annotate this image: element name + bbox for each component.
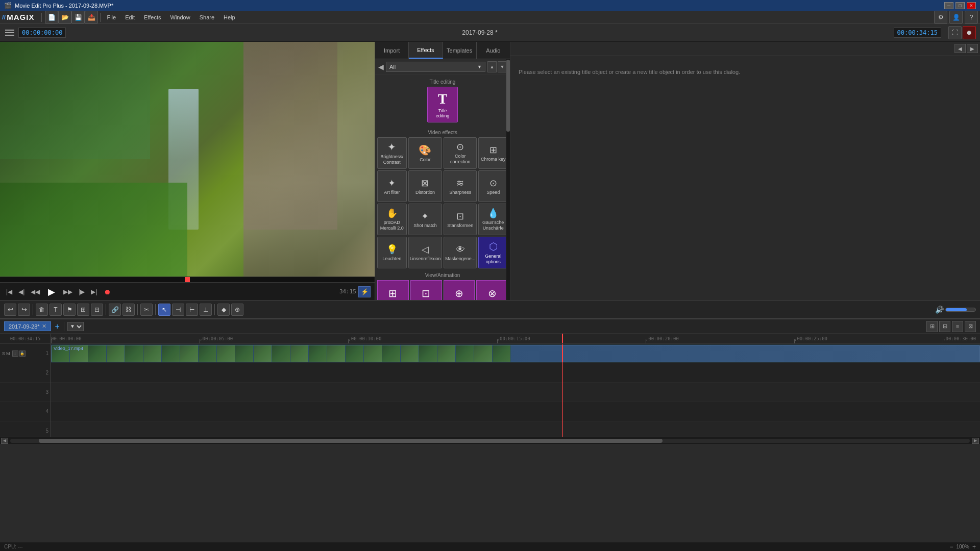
track-1-s[interactable]: S bbox=[2, 351, 5, 356]
undo-button[interactable]: ↩ bbox=[4, 304, 16, 316]
track-1-m[interactable]: M bbox=[6, 351, 10, 356]
track-1-lock[interactable]: 🔒 bbox=[19, 350, 26, 357]
track-1-vol[interactable]: ↕ bbox=[12, 350, 18, 357]
color-correction-cell[interactable]: ⊙ Colorcorrection bbox=[444, 137, 477, 169]
slip-button[interactable]: ⊥ bbox=[200, 304, 212, 316]
view-cell-2[interactable]: ⊡ bbox=[410, 280, 442, 300]
timeline-scrollbar: ◀ ▶ bbox=[0, 437, 980, 444]
filter-dropdown[interactable]: All ▼ bbox=[386, 62, 485, 72]
text-button[interactable]: T bbox=[50, 304, 62, 316]
horizontal-scroll-thumb[interactable] bbox=[39, 439, 663, 443]
record-button[interactable]: ⏺ bbox=[102, 287, 113, 297]
color-cell[interactable]: 🎨 Color bbox=[408, 137, 443, 169]
razor-button[interactable]: ✂ bbox=[140, 304, 153, 316]
art-filter-cell[interactable]: ✦ Art filter bbox=[377, 170, 407, 202]
link-button[interactable]: 🔗 bbox=[109, 304, 121, 316]
proDad-cell[interactable]: ✋ proDADMercalli 2.0 bbox=[377, 204, 407, 235]
video-clip-1[interactable]: Video_17.mp4 bbox=[51, 345, 980, 362]
settings-button[interactable]: ⚙ bbox=[934, 11, 947, 24]
help-button[interactable]: ? bbox=[965, 11, 978, 24]
scroll-left-button[interactable]: ◀ bbox=[1, 438, 8, 444]
horizontal-scroll-track[interactable] bbox=[10, 439, 970, 443]
effects-scrollbar[interactable] bbox=[506, 59, 510, 300]
scrollbar-thumb[interactable] bbox=[506, 60, 510, 132]
timeline-view-3[interactable]: ≡ bbox=[952, 321, 963, 332]
go-to-end-button[interactable]: ▶| bbox=[89, 287, 99, 296]
timecode-right[interactable]: 00:00:34:15 bbox=[894, 28, 941, 38]
chroma-key-cell[interactable]: ⊞ Chroma key bbox=[478, 137, 508, 169]
shot-match-cell[interactable]: ✦ Shot match bbox=[408, 204, 443, 235]
select-button[interactable]: ↖ bbox=[158, 304, 170, 316]
tab-templates[interactable]: Templates bbox=[443, 42, 477, 59]
timeline-close-button[interactable]: ✕ bbox=[42, 323, 46, 330]
hamburger-menu[interactable] bbox=[4, 27, 15, 38]
view-cell-1[interactable]: ⊞ bbox=[377, 280, 409, 300]
general-options-cell[interactable]: ⬡ Generaloptions bbox=[478, 237, 508, 268]
redo-button[interactable]: ↪ bbox=[18, 304, 30, 316]
info-prev-button[interactable]: ◀ bbox=[954, 44, 966, 53]
trim-button[interactable]: ⊢ bbox=[186, 304, 198, 316]
record-button[interactable]: ⏺ bbox=[963, 26, 976, 39]
menu-share[interactable]: Share bbox=[195, 13, 218, 21]
marker-button[interactable]: ⚑ bbox=[63, 304, 76, 316]
linsenreflexion-cell[interactable]: ◁ Linsenreflexion bbox=[408, 237, 443, 268]
next-marker-button[interactable]: |▶ bbox=[77, 287, 87, 296]
split-button[interactable]: ⊣ bbox=[172, 304, 184, 316]
account-button[interactable]: 👤 bbox=[949, 11, 963, 24]
play-button[interactable]: ▶ bbox=[46, 285, 57, 298]
fullscreen-button[interactable]: ⛶ bbox=[948, 26, 962, 39]
save-file-button[interactable]: 💾 bbox=[71, 11, 85, 24]
tab-audio[interactable]: Audio bbox=[477, 42, 510, 59]
insert-button[interactable]: ⊕ bbox=[231, 304, 243, 316]
ungroup-button[interactable]: ⊟ bbox=[91, 304, 103, 316]
view-cell-3[interactable]: ⊕ bbox=[444, 280, 475, 300]
speed-cell[interactable]: ⊙ Speed bbox=[478, 170, 508, 202]
lightning-button[interactable]: ⚡ bbox=[358, 286, 371, 297]
timeline-view-4[interactable]: ⊠ bbox=[965, 321, 976, 332]
group-button[interactable]: ⊞ bbox=[77, 304, 89, 316]
tab-effects[interactable]: Effects bbox=[409, 42, 443, 59]
zoom-in-button[interactable]: + bbox=[972, 543, 976, 550]
gaussian-cell[interactable]: 💧 Gaus'scheUnschärfe bbox=[478, 204, 508, 235]
export-button[interactable]: 📤 bbox=[85, 11, 98, 24]
add-timeline-button[interactable]: + bbox=[54, 322, 61, 331]
playhead[interactable] bbox=[562, 334, 563, 343]
minimize-button[interactable]: ─ bbox=[944, 2, 953, 9]
distortion-cell[interactable]: ⊠ Distortion bbox=[408, 170, 443, 202]
prev-frame-button[interactable]: ◀◀ bbox=[29, 287, 42, 296]
volume-slider[interactable] bbox=[945, 308, 976, 312]
menu-file[interactable]: File bbox=[103, 13, 120, 21]
sharpness-cell[interactable]: ≋ Sharpness bbox=[444, 170, 477, 202]
maximize-button[interactable]: □ bbox=[955, 2, 965, 9]
scroll-right-button[interactable]: ▶ bbox=[972, 438, 979, 444]
timeline-view-2[interactable]: ⊟ bbox=[939, 321, 950, 332]
timeline-view-1[interactable]: ⊞ bbox=[926, 321, 938, 332]
title-editing-cell[interactable]: T Title editing bbox=[427, 87, 458, 122]
maskengenee-cell[interactable]: 👁 Maskengene... bbox=[444, 237, 477, 268]
menu-edit[interactable]: Edit bbox=[121, 13, 139, 21]
unlink-button[interactable]: ⛓ bbox=[122, 304, 135, 316]
open-file-button[interactable]: 📂 bbox=[58, 11, 71, 24]
new-file-button[interactable]: 📄 bbox=[45, 11, 58, 24]
menu-help[interactable]: Help bbox=[219, 13, 239, 21]
timecode-left[interactable]: 00:00:00:00 bbox=[18, 28, 66, 38]
menu-window[interactable]: Window bbox=[166, 13, 194, 21]
go-to-start-button[interactable]: |◀ bbox=[4, 287, 14, 296]
back-button[interactable]: ◀ bbox=[378, 63, 384, 71]
view-cell-4[interactable]: ⊗ bbox=[476, 280, 508, 300]
info-next-button[interactable]: ▶ bbox=[967, 44, 978, 53]
brightness-contrast-cell[interactable]: ✦ Brightness/Contrast bbox=[377, 137, 407, 169]
leuchten-cell[interactable]: 💡 Leuchten bbox=[377, 237, 407, 268]
zoom-out-button[interactable]: − bbox=[949, 543, 953, 550]
tab-import[interactable]: Import bbox=[375, 42, 409, 59]
next-frame-button[interactable]: ▶▶ bbox=[61, 287, 75, 296]
prev-marker-button[interactable]: ◀| bbox=[16, 287, 27, 296]
keyframe-button[interactable]: ◆ bbox=[217, 304, 230, 316]
transformations-cell[interactable]: ⊡ Stansformen bbox=[444, 204, 477, 235]
timeline-tab[interactable]: 2017-09-28* ✕ bbox=[4, 321, 51, 331]
dropdown-arrow[interactable]: ▼ bbox=[67, 322, 84, 331]
scroll-up-button[interactable]: ▲ bbox=[487, 61, 497, 72]
delete-button[interactable]: 🗑 bbox=[36, 304, 48, 316]
menu-effects[interactable]: Effects bbox=[140, 13, 165, 21]
close-button[interactable]: ✕ bbox=[967, 2, 976, 9]
